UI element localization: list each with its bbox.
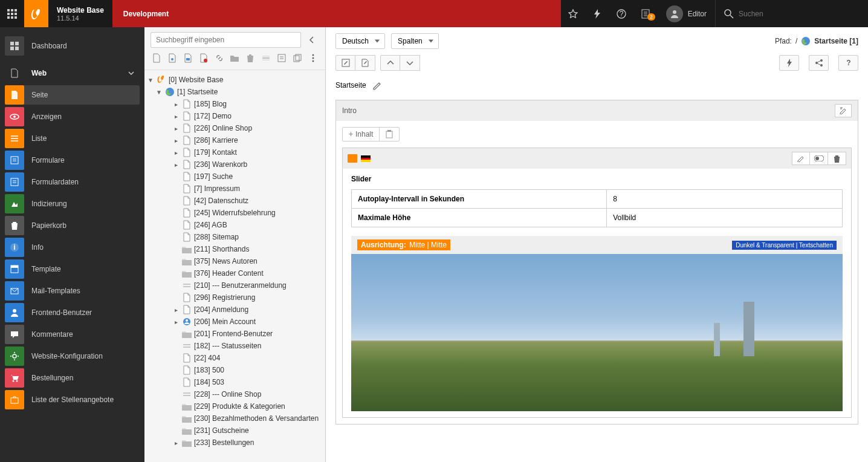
help-button[interactable]: ? [609,0,633,27]
tree-node[interactable]: [42] Datenschutz [147,195,323,207]
svg-rect-5 [15,13,17,15]
ce-edit-button[interactable] [792,152,810,165]
module-formulare[interactable]: Formulare [5,151,140,170]
tree-node[interactable]: ▸[179] Kontakt [147,146,323,158]
star-icon [568,9,578,19]
bookmark-button[interactable] [561,0,585,27]
tree-node[interactable]: [22] 404 [147,352,323,364]
folder-button[interactable] [229,51,241,65]
tree-node[interactable]: [246] AGB [147,219,323,231]
tree-node[interactable]: [288] Sitemap [147,231,323,243]
tree-node[interactable]: [228] --- Online Shop [147,388,323,400]
page-icon [10,68,19,78]
tree-node[interactable]: ▸[236] Warenkorb [147,158,323,171]
notifications-button[interactable]: 2 [633,0,658,27]
tree-node[interactable]: [7] Impressum [147,183,323,195]
module-website-konfiguration[interactable]: Website-Konfiguration [5,346,140,366]
tree-node[interactable]: ▸[185] Blog [147,98,323,110]
add-content-button[interactable]: +Inhalt [342,127,400,142]
module-liste-der-stellenangebote[interactable]: Liste der Stellenangebote [5,390,140,409]
tree-node[interactable]: ▸[172] Demo [147,110,323,122]
svg-point-83 [815,157,819,160]
user-menu[interactable]: Editor [658,0,715,27]
module-info[interactable]: iInfo [5,238,140,257]
chevron-up-icon [387,60,394,66]
add-content-paste[interactable] [379,128,399,141]
tree-node[interactable]: [230] Bezahlmethoden & Versandarten [147,412,323,425]
tree-node[interactable]: [376] Header Content [147,267,323,279]
edit-page-button[interactable] [335,55,355,71]
typo3-icon [30,8,42,20]
column-edit-button[interactable] [835,104,852,117]
move-up-button[interactable] [380,55,400,71]
tree-node[interactable]: [211] Shorthands [147,243,323,255]
tree-node[interactable]: ▸[206] Mein Account [147,316,323,328]
tree-search-input[interactable] [151,32,301,48]
link-button[interactable] [213,51,225,65]
module-liste[interactable]: Liste [5,129,140,148]
svg-point-60 [313,60,314,62]
edit-content-button[interactable] [355,55,375,71]
divider-button[interactable] [260,51,272,65]
module-mail-templates[interactable]: Mail-Templates [5,281,140,301]
tree-node[interactable]: ▸[233] Bestellungen [147,437,323,449]
typo3-logo[interactable] [24,0,48,27]
module-papierkorb[interactable]: Papierkorb [5,216,140,235]
help-doc-button[interactable]: ? [838,55,858,71]
tree-node[interactable]: ▸[226] Online Shop [147,122,323,134]
search-input[interactable] [739,10,860,18]
module-template[interactable]: Template [5,259,140,279]
tree-more-button[interactable] [307,51,319,65]
app-switcher[interactable] [0,0,24,27]
content-button[interactable] [276,51,288,65]
tree-node[interactable]: [197] Suche [147,171,323,183]
pencil-icon[interactable] [372,80,382,90]
module-formulardaten[interactable]: Formulardaten [5,172,140,192]
module-dashboard[interactable]: Dashboard [5,34,140,57]
tree-collapse-button[interactable] [305,33,319,47]
tree-root[interactable]: ▼ [0] Website Base [147,74,323,86]
tree-home[interactable]: ▼ [1] Startseite [147,86,323,98]
ce-toggle-button[interactable] [810,152,828,165]
tree-node[interactable]: [231] Gutscheine [147,425,323,437]
tree-node[interactable]: [210] --- Benutzeranmeldung [147,279,323,291]
share-icon [815,59,823,67]
cache-clear-button[interactable] [779,55,799,71]
tree-node[interactable]: [229] Produkte & Kategorien [147,400,323,412]
page-tree[interactable]: ▼ [0] Website Base ▼ [1] Startseite ▸[18… [144,70,325,462]
tree-node[interactable]: ▸[204] Anmeldung [147,304,323,316]
trash-button[interactable] [244,51,256,65]
environment-badge: Development [112,0,561,27]
new-page-button[interactable] [151,51,163,65]
language-select[interactable]: Deutsch [335,33,385,49]
tree-node[interactable]: [182] --- Statusseiten [147,340,323,352]
tree-node[interactable]: [296] Registrierung [147,291,323,304]
new-page-link-button[interactable] [182,51,194,65]
module-frontend-benutzer[interactable]: Frontend-Benutzer [5,303,140,322]
cache-button[interactable] [585,0,609,27]
page-tree-pane: ▼ [0] Website Base ▼ [1] Startseite ▸[18… [144,27,326,462]
breadcrumb-page[interactable]: Startseite [1] [814,37,858,45]
new-page-user-button[interactable] [166,51,178,65]
tree-node[interactable]: [183] 500 [147,364,323,376]
columns-select[interactable]: Spalten [391,33,439,49]
module-anzeigen[interactable]: Anzeigen [5,107,140,126]
ce-delete-button[interactable] [828,152,846,165]
svg-point-49 [204,59,207,62]
copy-button[interactable] [291,51,303,65]
tree-node[interactable]: [375] News Autoren [147,255,323,267]
tree-node[interactable]: [184] 503 [147,376,323,388]
svg-point-73 [820,59,823,62]
module-bestellungen[interactable]: Bestellungen [5,368,140,388]
section-web[interactable]: Web [5,63,140,83]
tree-node[interactable]: ▸[286] Karriere [147,134,323,146]
move-down-button[interactable] [400,55,420,71]
tree-node[interactable]: [245] Widerrufsbelehrung [147,207,323,219]
new-page-stop-button[interactable] [198,51,210,65]
share-button[interactable] [809,55,829,71]
module-kommentare[interactable]: Kommentare [5,325,140,344]
global-search[interactable] [715,0,868,27]
module-seite[interactable]: Seite [5,85,140,105]
module-indizierung[interactable]: Indizierung [5,194,140,213]
tree-node[interactable]: [201] Frontend-Benutzer [147,328,323,340]
